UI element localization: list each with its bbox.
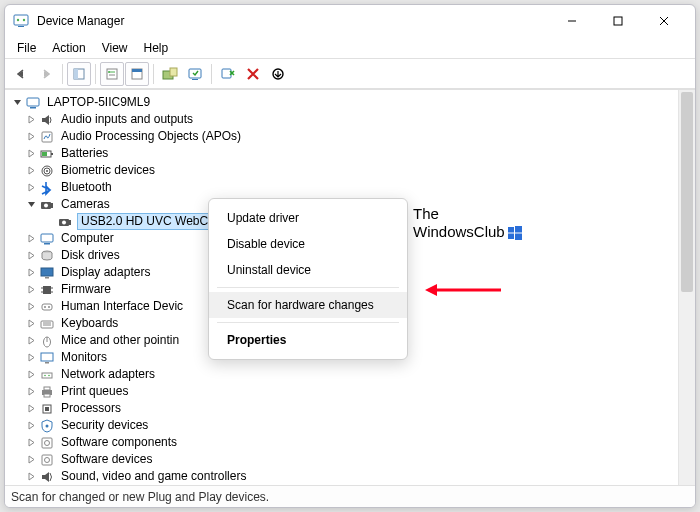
properties-button[interactable] — [100, 62, 124, 86]
menu-file[interactable]: File — [9, 39, 44, 57]
svg-rect-57 — [42, 373, 52, 378]
svg-rect-5 — [614, 17, 622, 25]
menu-help[interactable]: Help — [136, 39, 177, 57]
menu-view[interactable]: View — [94, 39, 136, 57]
svg-point-48 — [44, 306, 46, 308]
display-icon — [39, 265, 55, 281]
context-menu-item[interactable]: Update driver — [209, 205, 407, 231]
enable-button[interactable] — [266, 62, 290, 86]
collapse-icon[interactable] — [25, 199, 37, 211]
expand-icon[interactable] — [25, 165, 37, 177]
tree-root-label: LAPTOP-5IIC9ML9 — [45, 94, 152, 111]
scan-hardware-button[interactable] — [183, 62, 207, 86]
expand-icon[interactable] — [25, 454, 37, 466]
menu-action[interactable]: Action — [44, 39, 93, 57]
tree-category[interactable]: Network adapters — [7, 366, 695, 383]
collapse-icon[interactable] — [11, 97, 23, 109]
toolbar-separator — [95, 64, 96, 84]
svg-rect-15 — [132, 69, 142, 72]
tree-category-label: Processors — [59, 400, 123, 417]
fingerprint-icon — [39, 163, 55, 179]
menubar: File Action View Help — [5, 37, 695, 59]
expand-icon[interactable] — [25, 352, 37, 364]
expand-icon[interactable] — [25, 250, 37, 262]
svg-rect-19 — [192, 79, 198, 80]
tree-category[interactable]: Bluetooth — [7, 179, 695, 196]
tree-category-label: Cameras — [59, 196, 112, 213]
vertical-scrollbar[interactable] — [678, 90, 695, 485]
svg-rect-9 — [74, 69, 78, 79]
expand-icon[interactable] — [25, 182, 37, 194]
back-button[interactable] — [9, 62, 33, 86]
maximize-button[interactable] — [595, 5, 641, 37]
svg-rect-76 — [515, 226, 522, 233]
svg-point-30 — [46, 170, 48, 172]
tree-category-label: Network adapters — [59, 366, 157, 383]
expand-icon[interactable] — [25, 369, 37, 381]
tree-category[interactable]: Processors — [7, 400, 695, 417]
tree-category[interactable]: Batteries — [7, 145, 695, 162]
expand-icon[interactable] — [25, 437, 37, 449]
toolbar-separator — [211, 64, 212, 84]
tree-category[interactable]: Print queues — [7, 383, 695, 400]
show-hide-console-button[interactable] — [67, 62, 91, 86]
expand-icon[interactable] — [25, 386, 37, 398]
uninstall-button[interactable] — [216, 62, 240, 86]
tree-category[interactable]: Software components — [7, 434, 695, 451]
forward-button[interactable] — [34, 62, 58, 86]
tree-category-label: Audio inputs and outputs — [59, 111, 195, 128]
tree-category[interactable]: Audio inputs and outputs — [7, 111, 695, 128]
tree-category[interactable]: Biometric devices — [7, 162, 695, 179]
disable-button[interactable] — [241, 62, 265, 86]
tree-category[interactable]: Sound, video and game controllers — [7, 468, 695, 485]
context-menu-item[interactable]: Uninstall device — [209, 257, 407, 283]
scrollbar-thumb[interactable] — [681, 92, 693, 292]
svg-rect-62 — [44, 394, 50, 397]
expand-icon[interactable] — [25, 318, 37, 330]
expand-icon[interactable] — [25, 233, 37, 245]
tree-category-label: Human Interface Devic — [59, 298, 185, 315]
expand-icon[interactable] — [25, 403, 37, 415]
expand-icon[interactable] — [25, 114, 37, 126]
svg-rect-40 — [41, 268, 53, 276]
cpu-icon — [39, 401, 55, 417]
expand-icon[interactable] — [25, 335, 37, 347]
tree-category-label: Mice and other pointin — [59, 332, 181, 349]
svg-point-13 — [108, 71, 110, 73]
expand-icon[interactable] — [25, 301, 37, 313]
expand-icon[interactable] — [25, 131, 37, 143]
context-menu-separator — [217, 322, 399, 323]
svg-rect-78 — [515, 234, 522, 241]
device-manager-window: Device Manager File Action View Help LAP… — [4, 4, 696, 508]
computer-icon — [25, 95, 41, 111]
close-button[interactable] — [641, 5, 687, 37]
svg-rect-56 — [45, 362, 49, 364]
expand-icon[interactable] — [25, 284, 37, 296]
svg-point-35 — [62, 220, 66, 224]
svg-rect-77 — [508, 234, 514, 240]
svg-rect-36 — [69, 220, 71, 225]
tree-category-label: Software components — [59, 434, 179, 451]
svg-rect-10 — [107, 69, 117, 79]
keyboard-icon — [39, 316, 55, 332]
tree-category[interactable]: Audio Processing Objects (APOs) — [7, 128, 695, 145]
expand-icon[interactable] — [25, 420, 37, 432]
expand-icon[interactable] — [25, 267, 37, 279]
tree-category-label: Computer — [59, 230, 116, 247]
tree-category[interactable]: Software devices — [7, 451, 695, 468]
context-menu-item[interactable]: Scan for hardware changes — [209, 292, 407, 318]
update-driver-button[interactable] — [158, 62, 182, 86]
window-title: Device Manager — [37, 14, 549, 28]
bluetooth-icon — [39, 180, 55, 196]
context-menu-item[interactable]: Disable device — [209, 231, 407, 257]
svg-rect-64 — [45, 407, 49, 411]
context-menu-item[interactable]: Properties — [209, 327, 407, 353]
tree-category[interactable]: Security devices — [7, 417, 695, 434]
expand-icon[interactable] — [25, 148, 37, 160]
svg-rect-38 — [44, 243, 50, 245]
expand-icon[interactable] — [25, 471, 37, 483]
help-button[interactable] — [125, 62, 149, 86]
toolbar-separator — [62, 64, 63, 84]
minimize-button[interactable] — [549, 5, 595, 37]
tree-root[interactable]: LAPTOP-5IIC9ML9 — [7, 94, 695, 111]
